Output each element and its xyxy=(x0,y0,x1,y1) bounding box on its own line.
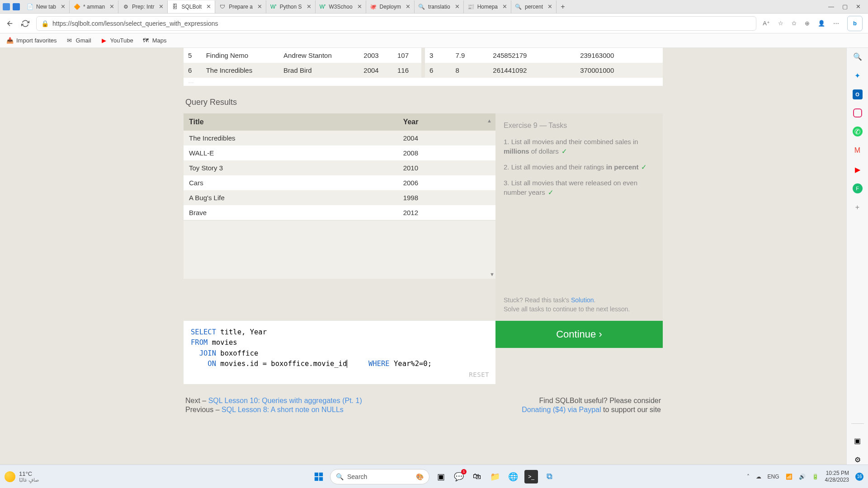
instagram-icon[interactable] xyxy=(853,108,862,117)
close-icon[interactable]: ✕ xyxy=(109,3,114,10)
close-icon[interactable]: ✕ xyxy=(357,3,362,10)
continue-button[interactable]: Continue › xyxy=(495,321,663,348)
settings-icon[interactable]: ⚙ xyxy=(853,455,863,465)
reset-button[interactable]: RESET xyxy=(469,370,489,380)
bookmark-youtube[interactable]: ▶YouTube xyxy=(100,37,133,44)
store-icon[interactable]: 🛍 xyxy=(470,470,484,483)
weather-icon xyxy=(5,471,15,482)
onedrive-icon[interactable]: ☁ xyxy=(756,474,761,480)
table-row: 37.9245852179239163000 xyxy=(425,48,663,63)
close-icon[interactable]: ✕ xyxy=(406,3,410,10)
close-icon[interactable]: ✕ xyxy=(257,3,262,10)
tab-prepare[interactable]: 🛡Prepare a✕ xyxy=(215,0,266,13)
tab-python[interactable]: W'Python S✕ xyxy=(266,0,316,13)
lock-icon: 🔒 xyxy=(41,20,49,27)
results-blank: ▼ xyxy=(184,220,495,279)
bookmarks-bar: 📥Import favorites ✉Gmail ▶YouTube 🗺Maps xyxy=(0,33,868,48)
prev-link[interactable]: SQL Lesson 8: A short note on NULLs xyxy=(222,406,344,413)
refresh-button[interactable] xyxy=(21,19,30,28)
bookmark-gmail[interactable]: ✉Gmail xyxy=(66,37,91,44)
tray-chevron-icon[interactable]: ˄ xyxy=(747,474,750,480)
menu-icon[interactable]: ⋯ xyxy=(833,20,839,27)
tab-sqlbolt[interactable]: 🗄SQLBolt✕ xyxy=(168,0,215,13)
url-input[interactable]: 🔒 https://sqlbolt.com/lesson/select_quer… xyxy=(36,16,756,31)
url-text: https://sqlbolt.com/lesson/select_querie… xyxy=(52,20,218,27)
close-icon[interactable]: ✕ xyxy=(547,3,552,10)
close-icon[interactable]: ✕ xyxy=(502,3,507,10)
weather-widget[interactable]: 11°C صافٍ غالبًا xyxy=(5,470,39,483)
youtube-icon[interactable]: ▶ xyxy=(853,164,863,174)
next-link[interactable]: SQL Lesson 10: Queries with aggregates (… xyxy=(208,397,362,404)
movies-table: 5Finding NemoAndrew Stanton2003107 6The … xyxy=(184,48,421,78)
task-item: 1. List all movies and their combined sa… xyxy=(504,137,655,156)
star-icon[interactable]: ☆ xyxy=(778,20,783,27)
sidebar-toggle-icon[interactable]: ▣ xyxy=(853,436,863,446)
check-icon: ✓ xyxy=(548,188,554,196)
tab-percent[interactable]: 🔍percent✕ xyxy=(511,0,557,13)
whatsapp-icon[interactable]: ✆ xyxy=(853,127,863,136)
minimize-button[interactable]: — xyxy=(828,3,834,10)
tab-amman[interactable]: 🔶* amman✕ xyxy=(70,0,118,13)
new-tab-button[interactable]: + xyxy=(557,3,569,11)
vscode-icon[interactable]: ⧉ xyxy=(542,470,556,483)
battery-icon[interactable]: 🔋 xyxy=(812,474,819,480)
close-icon[interactable]: ✕ xyxy=(61,3,66,10)
svg-rect-1 xyxy=(319,472,323,476)
close-icon[interactable]: ✕ xyxy=(206,3,211,10)
maximize-button[interactable]: ▢ xyxy=(842,3,848,10)
tab-translate[interactable]: 🔍translatio✕ xyxy=(415,0,464,13)
svg-rect-2 xyxy=(315,477,318,480)
task-item: 2. List all movies and their ratings in … xyxy=(504,162,655,172)
profile-icon[interactable]: 👤 xyxy=(818,20,825,27)
sql-editor[interactable]: SELECT title, Year FROM movies JOIN boxo… xyxy=(184,321,495,384)
tab-deploy[interactable]: 🐙Deploym✕ xyxy=(366,0,415,13)
fiverr-icon[interactable]: F xyxy=(853,183,863,193)
close-icon[interactable]: ✕ xyxy=(455,3,460,10)
gmail-icon[interactable]: M xyxy=(853,145,863,155)
outlook-icon[interactable]: O xyxy=(853,89,863,99)
chat-icon[interactable]: 💬1 xyxy=(452,470,466,483)
start-button[interactable] xyxy=(312,470,326,483)
col-title[interactable]: Title xyxy=(184,113,398,131)
tab-newtab[interactable]: 📄New tab✕ xyxy=(23,0,70,13)
close-icon[interactable]: ✕ xyxy=(159,3,164,10)
favorites-icon[interactable]: ✩ xyxy=(792,20,797,27)
tab-w3[interactable]: W'W3Schoo✕ xyxy=(316,0,366,13)
add-icon[interactable]: + xyxy=(853,202,863,212)
solution-link[interactable]: Solution xyxy=(571,296,594,304)
explorer-icon[interactable]: 📁 xyxy=(488,470,502,483)
useful-text: Find SQLBolt useful? Please consider xyxy=(522,397,661,405)
tab-home[interactable]: 📰Homepa✕ xyxy=(464,0,511,13)
task-item: 3. List all movies that were released on… xyxy=(504,178,655,197)
table-header-row: Title Year▲ xyxy=(184,113,495,131)
back-button[interactable] xyxy=(5,19,14,28)
import-favorites[interactable]: 📥Import favorites xyxy=(6,37,57,44)
copilot-icon[interactable]: ✦ xyxy=(853,70,863,80)
notification-badge[interactable]: 16 xyxy=(855,473,863,481)
solve-msg: Solve all tasks to continue to the next … xyxy=(504,305,655,313)
taskbar-search[interactable]: 🔍Search🎨 xyxy=(330,469,429,484)
terminal-icon[interactable]: >_ xyxy=(524,470,538,483)
wifi-icon[interactable]: 📶 xyxy=(786,474,793,480)
search-icon[interactable]: 🔍 xyxy=(853,52,863,61)
bookmark-maps[interactable]: 🗺Maps xyxy=(142,37,167,44)
taskbar: 11°C صافٍ غالبًا 🔍Search🎨 ▣ 💬1 🛍 📁 🌐 >_ … xyxy=(0,465,868,488)
donate-link[interactable]: Donating ($4) via Paypal xyxy=(522,406,601,413)
language-indicator[interactable]: ENG xyxy=(768,474,779,480)
edge-sidebar: 🔍 ✦ O ✆ M ▶ F + ▣ ⚙ xyxy=(846,48,868,465)
close-icon[interactable]: ✕ xyxy=(307,3,311,10)
close-window-button[interactable]: ✕ xyxy=(856,3,861,10)
edge-icon[interactable]: 🌐 xyxy=(506,470,520,483)
clock[interactable]: 10:25 PM 4/28/2023 xyxy=(825,470,849,483)
scroll-down-icon[interactable]: ▼ xyxy=(490,272,495,277)
sort-icon[interactable]: ▲ xyxy=(487,118,492,123)
collections-icon[interactable]: ⊕ xyxy=(805,20,810,27)
task-view-icon[interactable]: ▣ xyxy=(434,470,448,483)
table-row: 6The IncrediblesBrad Bird2004116 xyxy=(184,63,421,78)
tab-prep[interactable]: ⚙Prep: Intr✕ xyxy=(118,0,168,13)
col-year[interactable]: Year▲ xyxy=(398,113,495,131)
read-aloud-icon[interactable]: A⁺ xyxy=(763,20,770,27)
query-results-title: Query Results xyxy=(185,98,663,107)
bing-button[interactable]: b xyxy=(847,16,863,31)
volume-icon[interactable]: 🔊 xyxy=(799,474,806,480)
